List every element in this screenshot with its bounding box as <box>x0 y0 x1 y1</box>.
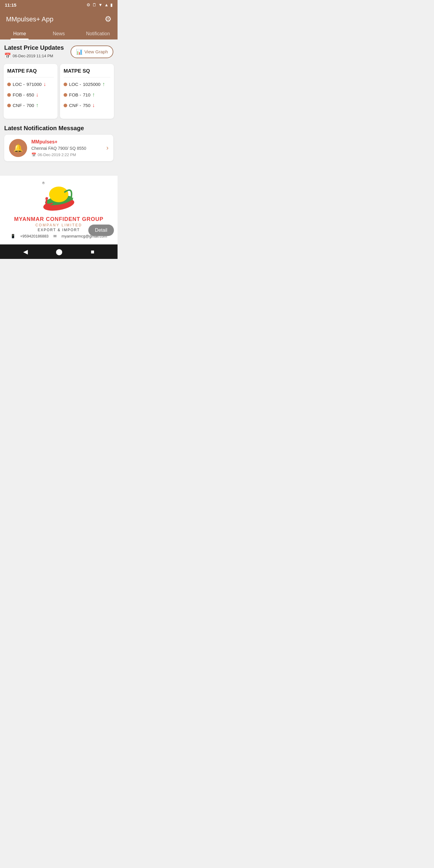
price-title-group: Latest Price Updates 📅 06-Dec-2019 11:14… <box>4 44 64 59</box>
graph-icon: 📊 <box>76 49 83 55</box>
phone-icon: 📱 <box>10 234 16 239</box>
svg-point-2 <box>49 187 68 202</box>
main-content: Latest Price Updates 📅 06-Dec-2019 11:14… <box>0 39 118 244</box>
notification-card[interactable]: 🔔 MMpulses+ Chennai FAQ 7900/ SQ 8550 📅 … <box>4 135 113 161</box>
back-button[interactable]: ◀ <box>23 248 28 255</box>
tab-notification[interactable]: Notification <box>79 27 118 39</box>
bell-icon: 🔔 <box>13 144 23 153</box>
status-icons: ⚙ 🗒 ▼ ▲ ▮ <box>87 2 113 7</box>
price-section-title: Latest Price Updates <box>4 44 64 51</box>
notification-date-row: 📅 06-Dec-2019 2:22 PM <box>31 153 102 157</box>
notification-date: 06-Dec-2019 2:22 PM <box>38 153 76 157</box>
faq-fob-value: 650 <box>27 92 34 97</box>
settings-icon[interactable]: ⚙ <box>104 14 112 24</box>
android-nav-bar: ◀ ⬤ ■ <box>0 244 118 259</box>
faq-cnf-label: CNF - <box>13 103 25 108</box>
faq-loc-value: 971000 <box>27 82 41 87</box>
sq-cnf-value: 750 <box>83 103 90 108</box>
notification-sender: MMpulses+ <box>31 139 102 145</box>
notification-chevron-icon[interactable]: › <box>106 144 108 152</box>
wifi-icon: ▼ <box>98 2 102 7</box>
app-header: MMpulses+ App ⚙ <box>0 10 118 27</box>
price-section-header: Latest Price Updates 📅 06-Dec-2019 11:14… <box>0 39 118 61</box>
faq-card-title: MATPE FAQ <box>7 68 54 78</box>
faq-loc-dot <box>7 83 11 86</box>
company-footer: ® MYANMAR CONFIDENT GROUP COMPANY LIMITE… <box>0 176 118 244</box>
notification-bell-circle: 🔔 <box>9 139 27 157</box>
faq-loc-label: LOC - <box>13 82 25 87</box>
spacer <box>0 164 118 176</box>
view-graph-button[interactable]: 📊 View Graph <box>70 45 113 58</box>
sq-loc-label: LOC - <box>69 82 81 87</box>
recents-button[interactable]: ■ <box>91 248 94 255</box>
price-card-sq: MATPE SQ LOC - 1025000 ↑ FOB - 710 ↑ CNF… <box>60 64 114 119</box>
app-title: MMpulses+ App <box>6 16 53 23</box>
home-button[interactable]: ⬤ <box>56 248 62 255</box>
sq-cnf-row: CNF - 750 ↓ <box>64 102 110 108</box>
status-time: 11:15 <box>5 2 16 7</box>
sq-cnf-arrow: ↓ <box>92 102 95 108</box>
tab-home[interactable]: Home <box>0 27 39 39</box>
sq-cnf-label: CNF - <box>69 103 81 108</box>
sq-loc-dot <box>64 83 67 86</box>
sq-fob-label: FOB - <box>69 92 81 97</box>
sq-loc-row: LOC - 1025000 ↑ <box>64 81 110 87</box>
sq-fob-value: 710 <box>83 92 90 97</box>
card-status-icon: 🗒 <box>92 2 96 7</box>
tab-news[interactable]: News <box>39 27 79 39</box>
faq-fob-row: FOB - 650 ↓ <box>7 92 54 98</box>
company-name: MYANMAR CONFIDENT GROUP <box>6 216 112 222</box>
price-cards-row: MATPE FAQ LOC - 971000 ↓ FOB - 650 ↓ CNF… <box>0 61 118 122</box>
status-bar: 11:15 ⚙ 🗒 ▼ ▲ ▮ <box>0 0 118 10</box>
email-icon: ✉ <box>53 234 57 239</box>
settings-status-icon: ⚙ <box>87 2 90 7</box>
company-logo-svg <box>41 183 77 213</box>
faq-cnf-arrow: ↑ <box>36 102 38 108</box>
battery-icon: ▮ <box>110 2 113 7</box>
detail-button[interactable]: Detail <box>88 224 114 236</box>
notification-content: MMpulses+ Chennai FAQ 7900/ SQ 8550 📅 06… <box>31 139 102 157</box>
faq-fob-dot <box>7 93 11 97</box>
signal-icon: ▲ <box>104 2 108 7</box>
faq-loc-row: LOC - 971000 ↓ <box>7 81 54 87</box>
calendar-icon: 📅 <box>4 53 11 59</box>
sq-fob-arrow: ↑ <box>92 92 95 98</box>
notification-message: Chennai FAQ 7900/ SQ 8550 <box>31 146 102 151</box>
faq-loc-arrow: ↓ <box>43 81 46 87</box>
sq-cnf-dot <box>64 104 67 107</box>
faq-fob-label: FOB - <box>13 92 25 97</box>
sq-loc-value: 1025000 <box>83 82 100 87</box>
faq-cnf-row: CNF - 700 ↑ <box>7 102 54 108</box>
registered-mark: ® <box>42 181 44 185</box>
notification-cal-icon: 📅 <box>31 153 36 157</box>
sq-loc-arrow: ↑ <box>102 81 105 87</box>
faq-fob-arrow: ↓ <box>36 92 38 98</box>
price-card-faq: MATPE FAQ LOC - 971000 ↓ FOB - 650 ↓ CNF… <box>4 64 58 119</box>
sq-fob-row: FOB - 710 ↑ <box>64 92 110 98</box>
company-phone: +959420186883 <box>20 234 49 239</box>
company-logo-container: ® <box>6 183 112 213</box>
faq-cnf-dot <box>7 104 11 107</box>
price-date: 06-Dec-2019 11:14 PM <box>13 54 53 58</box>
price-date-row: 📅 06-Dec-2019 11:14 PM <box>4 53 64 59</box>
nav-tabs: Home News Notification <box>0 27 118 39</box>
notification-section-title: Latest Notification Message <box>4 125 113 132</box>
faq-cnf-value: 700 <box>27 103 34 108</box>
sq-fob-dot <box>64 93 67 97</box>
sq-card-title: MATPE SQ <box>64 68 110 78</box>
notification-section: Latest Notification Message 🔔 MMpulses+ … <box>0 122 118 164</box>
